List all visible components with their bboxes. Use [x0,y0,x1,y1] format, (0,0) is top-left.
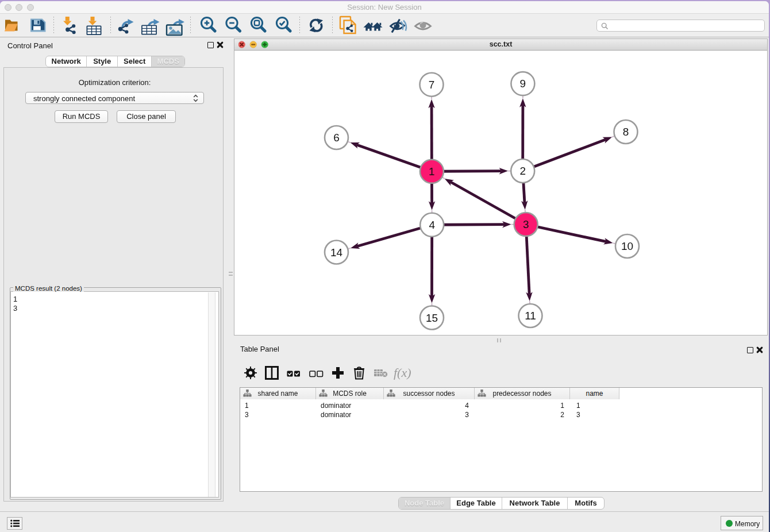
svg-text:3: 3 [523,218,529,230]
svg-text:1: 1 [429,165,435,178]
svg-text:11: 11 [525,310,536,322]
svg-text:15: 15 [426,312,438,324]
svg-text:7: 7 [429,79,435,91]
svg-text:10: 10 [621,240,633,252]
svg-text:8: 8 [623,126,629,138]
svg-text:4: 4 [429,219,435,231]
svg-text:9: 9 [520,78,526,90]
svg-text:14: 14 [330,246,343,259]
svg-text:2: 2 [519,165,526,177]
svg-text:6: 6 [333,132,340,144]
